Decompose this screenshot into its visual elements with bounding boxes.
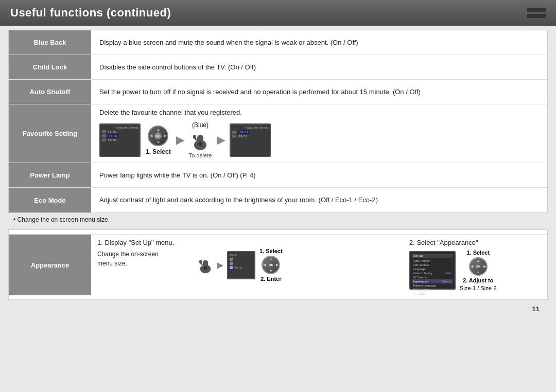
- fav-row-2: PR 03: [102, 134, 138, 138]
- eco-mode-label: Eco Mode: [9, 188, 91, 212]
- blue-back-desc: Display a blue screen and mute the sound…: [91, 33, 547, 52]
- setup-item-2: Edit / Manual›: [412, 263, 453, 267]
- menu-text-setup: Set Up: [234, 266, 242, 269]
- to-delete-label: To delete: [189, 152, 212, 158]
- dpad-right-1: ▶: [164, 134, 166, 138]
- fav2-label-1: PR 01: [238, 130, 249, 134]
- fav-screen-2: - Favourite Setting PR 01 PR 02: [230, 123, 271, 157]
- menu-screen-icon: MENU Set Up: [227, 251, 255, 279]
- dpad-2: OK ▲ ▼ ◀ ▶: [262, 256, 280, 274]
- setup-item-7: Teletext Language›: [412, 283, 453, 288]
- dpad-ok-1: OK: [154, 132, 162, 139]
- arrow-2: ▶: [217, 134, 224, 146]
- fav2-row-1: PR 01: [232, 130, 268, 134]
- dpad-ok-2: OK: [269, 263, 273, 266]
- fav2-row-2: PR 02: [232, 135, 268, 138]
- setup-item-1: Auto Program›: [412, 259, 453, 263]
- bullet-line: • Change the on screen menu size.: [8, 216, 548, 226]
- eco-mode-desc: Adjust contrast of light and dark accord…: [91, 191, 547, 209]
- remote-blue-container: (Blue) To delete: [189, 121, 212, 158]
- dpad-circle-1: OK ▲ ▼ ◀ ▶: [148, 126, 168, 146]
- blue-back-label: Blue Back: [9, 30, 91, 55]
- appearance-left-desc: Change the on-screen menu size.: [97, 250, 188, 268]
- dpad-right-2: ▶: [276, 263, 279, 267]
- appearance-step2-title: 2. Select "Appearance": [409, 239, 541, 246]
- adjust-size: Size-1 / Size-2: [460, 285, 497, 291]
- fav-row-3: PR 02: [102, 138, 138, 141]
- appearance-section: Appearance 1. Display "Set Up" menu. Cha…: [8, 229, 548, 300]
- child-lock-row: Child Lock Disables the side control but…: [9, 55, 547, 80]
- header-bar-1: [527, 8, 546, 12]
- appearance-right: 2. Select "Appearance" Set Up Auto Progr…: [403, 235, 547, 295]
- arrow-1: ▶: [176, 134, 184, 146]
- page-number: 11: [8, 303, 548, 315]
- favourite-steps: - Favourite Setting PR 01 PR 03: [99, 121, 539, 158]
- fav-row-1: PR 01: [102, 130, 138, 133]
- auto-shutoff-desc: Set the power to turn off if no signal i…: [91, 83, 547, 101]
- favourite-desc: Delete the favourite channel that you re…: [99, 109, 539, 116]
- header-decoration: [527, 8, 546, 18]
- setup-item-4: Video-1 SettingVideo: [412, 271, 453, 275]
- functions-table: Blue Back Display a blue screen and mute…: [8, 30, 548, 213]
- setup-screen-title: Set Up: [412, 254, 453, 258]
- hand-remote-icon: [192, 130, 208, 151]
- header: Useful functions (continued): [0, 0, 556, 26]
- fav-screen-2-title: - Favourite Setting: [232, 126, 268, 129]
- enter-label: 2. Enter: [260, 276, 281, 282]
- dpad-1: OK ▲ ▼ ◀ ▶: [147, 124, 169, 147]
- dpad-up-2: ▲: [269, 257, 273, 261]
- hand-remote-icon-2: [198, 256, 213, 274]
- appearance-row: Appearance 1. Display "Set Up" menu. Cha…: [9, 234, 547, 295]
- child-lock-desc: Disables the side control buttons of the…: [91, 58, 547, 77]
- auto-shutoff-row: Auto Shutoff Set the power to turn off i…: [9, 80, 547, 104]
- appearance-step1-title: 1. Display "Set Up" menu.: [97, 239, 188, 246]
- svg-rect-4: [193, 135, 196, 139]
- select-label: 1. Select: [259, 248, 283, 254]
- menu-item-1: [230, 258, 253, 261]
- main-content: Blue Back Display a blue screen and mute…: [0, 26, 556, 392]
- appearance-right-steps: Set Up Auto Program› Edit / Manual› Lang…: [409, 250, 541, 291]
- dpad-3: OK ▲ ▼ ◀ ▶: [469, 257, 488, 276]
- menu-dot-1: [230, 258, 233, 261]
- page-title: Useful functions (continued): [10, 6, 171, 20]
- power-lamp-row: Power Lamp Power lamp lights while the T…: [9, 163, 547, 188]
- dpad-ok-3: OK: [476, 265, 480, 268]
- appearance-label: Appearance: [9, 235, 91, 295]
- blue-back-row: Blue Back Display a blue screen and mute…: [9, 30, 547, 55]
- setup-screen: Set Up Auto Program› Edit / Manual› Lang…: [409, 251, 456, 290]
- dpad-up-1: ▲: [157, 128, 160, 131]
- svg-rect-9: [199, 260, 202, 264]
- step-select-label: 1. Select: [146, 148, 171, 155]
- auto-shutoff-label: Auto Shutoff: [9, 80, 91, 104]
- fav2-label-2: PR 02: [238, 135, 247, 138]
- dpad-down-1: ▼: [157, 140, 160, 144]
- svg-point-7: [204, 266, 207, 270]
- menu-dot-setup: [230, 266, 233, 269]
- dpad-select-enter: 1. Select OK ▲ ▼ ◀ ▶ 2. Enter: [259, 248, 283, 282]
- step-select-container: OK ▲ ▼ ◀ ▶ 1. Select: [146, 124, 171, 155]
- adjust-label: 2. Adjust to: [463, 277, 493, 283]
- fav-label-3: PR 02: [108, 138, 117, 141]
- fav2-icon-2: [232, 135, 236, 138]
- svg-point-2: [198, 142, 202, 146]
- menu-item-2: [230, 262, 253, 265]
- dpad-select-adjust: 1. Select OK ▲ ▼ ◀ ▶ 2. Adjust to Size-1…: [460, 250, 497, 291]
- fav-label-1: PR 01: [108, 130, 117, 133]
- setup-item-appearance: Appearance‹ Size-1 ›: [412, 279, 453, 283]
- blue-note: (Blue): [192, 121, 208, 129]
- menu-item-setup: Set Up: [230, 266, 253, 269]
- fav-screen-1: - Favourite Setting PR 01 PR 03: [99, 123, 141, 157]
- dpad-right-3: ▶: [483, 264, 486, 269]
- fav-icon-1: [102, 130, 106, 133]
- dpad-down-3: ▼: [476, 271, 480, 274]
- setup-item-8: HDMI Setting›: [412, 288, 453, 292]
- fav2-icon-1: [232, 131, 236, 134]
- fav-screen-1-title: - Favourite Setting: [102, 126, 138, 129]
- favourite-setting-row: Favourite Setting Delete the favourite c…: [9, 104, 547, 163]
- page: Useful functions (continued) Blue Back D…: [0, 0, 556, 392]
- dpad-left-1: ◀: [150, 134, 152, 138]
- setup-item-9: PC Setting›: [412, 292, 453, 296]
- menu-dot-2: [230, 262, 233, 265]
- appearance-content: 1. Display "Set Up" menu. Change the on-…: [91, 235, 547, 295]
- fav-icon-3: [102, 138, 106, 141]
